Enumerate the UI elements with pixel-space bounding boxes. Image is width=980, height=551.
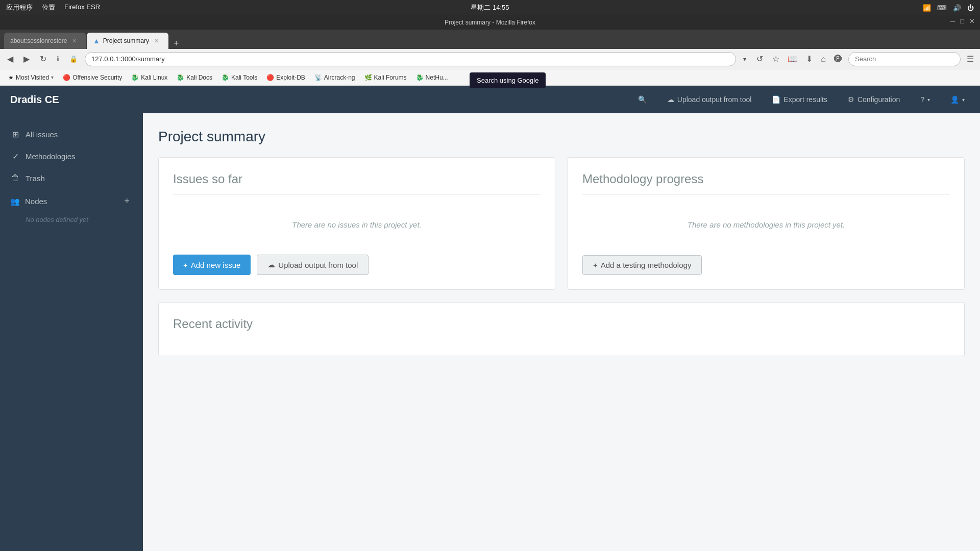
pocket-icon[interactable]: 🅟: [832, 53, 844, 66]
sidebar-item-trash-label: Trash: [26, 174, 45, 183]
refresh-button[interactable]: ↻: [37, 52, 50, 66]
forward-button[interactable]: ▶: [20, 52, 33, 66]
add-node-button[interactable]: +: [121, 195, 133, 208]
help-dropdown-icon: ▾: [927, 97, 930, 103]
menu-icon[interactable]: ☰: [965, 52, 976, 66]
bookmark-kali-linux[interactable]: 🐉 Kali Linux: [127, 72, 172, 83]
help-button[interactable]: ? ▾: [915, 92, 935, 107]
sidebar-nodes-section[interactable]: 👥 Nodes +: [0, 189, 143, 214]
os-menu-apps[interactable]: 应用程序: [6, 3, 33, 12]
upload-tool-button[interactable]: ☁ Upload output from tool: [662, 92, 757, 107]
os-menu-left[interactable]: 应用程序 位置 Firefox ESR: [6, 3, 100, 12]
minimize-btn[interactable]: ─: [950, 17, 955, 25]
tab-project-icon: ▲: [93, 37, 100, 45]
sidebar: ⊞ All issues ✓ Methodologies 🗑 Trash 👥 N…: [0, 113, 143, 551]
add-methodology-button[interactable]: + Add a testing methodology: [582, 255, 702, 275]
offensive-icon: 🔴: [63, 74, 70, 81]
kali-forums-icon: 🌿: [364, 74, 372, 81]
methodology-card-title: Methodology progress: [582, 172, 950, 195]
browser-title: Project summary - Mozilla Firefox: [445, 19, 535, 26]
exploit-db-icon: 🔴: [266, 74, 274, 81]
sidebar-item-methodologies[interactable]: ✓ Methodologies: [0, 145, 143, 167]
browser-title-bar: Project summary - Mozilla Firefox ─ □ ✕: [0, 15, 980, 30]
upload-tool-icon: ☁: [267, 260, 275, 269]
download-icon[interactable]: ⬇: [804, 52, 815, 66]
bookmark-most-visited[interactable]: ★ Most Visited ▾: [4, 72, 58, 83]
nodes-icon: 👥: [10, 197, 20, 206]
star-icon[interactable]: ☆: [770, 52, 781, 66]
bookmark-exploit-db-label: Exploit-DB: [276, 74, 305, 81]
page-title: Project summary: [158, 129, 965, 145]
os-clock: 星期二 14:55: [471, 3, 509, 12]
upload-output-label: Upload output from tool: [278, 261, 358, 269]
all-issues-icon: ⊞: [10, 130, 20, 139]
config-icon: ⚙: [848, 95, 854, 104]
app-header: Dradis CE 🔍 ☁ Upload output from tool 📄 …: [0, 86, 980, 113]
tab-session-close[interactable]: ✕: [72, 38, 77, 44]
sidebar-item-all-issues[interactable]: ⊞ All issues: [0, 123, 143, 145]
add-methodology-label: Add a testing methodology: [601, 261, 692, 269]
volume-icon: 🔊: [953, 4, 961, 12]
tab-project-summary[interactable]: ▲ Project summary ✕: [87, 33, 168, 49]
user-menu-button[interactable]: 👤 ▾: [945, 92, 970, 107]
most-visited-icon: ★: [8, 74, 14, 81]
nethu-icon: 🐉: [416, 74, 424, 81]
app-logo: Dradis CE: [10, 94, 59, 106]
bookmark-aircrack[interactable]: 📡 Aircrack-ng: [310, 72, 359, 83]
bookmark-nethu[interactable]: 🐉 NetHu...: [412, 72, 452, 83]
home-nav-icon[interactable]: ⌂: [819, 53, 828, 66]
reader-icon[interactable]: 📖: [786, 52, 800, 66]
sidebar-item-trash[interactable]: 🗑 Trash: [0, 167, 143, 189]
bookmark-kali-docs[interactable]: 🐉 Kali Docs: [173, 72, 216, 83]
page-content: Project summary Issues so far There are …: [143, 113, 980, 551]
bookmark-offensive-label: Offensive Security: [72, 74, 122, 81]
sidebar-item-all-issues-label: All issues: [26, 130, 58, 139]
sidebar-item-methodologies-label: Methodologies: [26, 152, 76, 161]
keyboard-icon: ⌨: [937, 4, 947, 12]
cards-row: Issues so far There are no issues in thi…: [158, 157, 965, 290]
tab-session-restore[interactable]: about:sessionrestore ✕: [4, 33, 86, 49]
nodes-label-group: 👥 Nodes: [10, 197, 47, 206]
new-tab-button[interactable]: +: [169, 38, 183, 49]
maximize-btn[interactable]: □: [960, 17, 964, 25]
recent-activity-title: Recent activity: [173, 317, 950, 331]
kali-tools-icon: 🐉: [222, 74, 229, 81]
add-new-issue-label: Add new issue: [191, 261, 241, 269]
reload-button[interactable]: ↺: [753, 52, 766, 66]
os-menu-location[interactable]: 位置: [42, 3, 55, 12]
browser-nav-bar: ◀ ▶ ↻ ℹ 🔒 ▾ ↺ ☆ 📖 ⬇ ⌂ 🅟 ☰: [0, 49, 980, 69]
no-nodes-text: No nodes defined yet: [0, 214, 143, 226]
bookmark-aircrack-label: Aircrack-ng: [324, 74, 355, 81]
back-button[interactable]: ◀: [4, 52, 16, 66]
tab-project-close[interactable]: ✕: [154, 38, 159, 44]
export-results-label: Export results: [783, 95, 827, 104]
network-icon: 📶: [923, 4, 931, 12]
home-button[interactable]: ℹ: [54, 53, 62, 65]
search-button[interactable]: 🔍: [633, 92, 652, 107]
os-menu-firefox[interactable]: Firefox ESR: [64, 3, 100, 12]
app-container: Dradis CE 🔍 ☁ Upload output from tool 📄 …: [0, 86, 980, 551]
bookmark-kali-tools[interactable]: 🐉 Kali Tools: [217, 72, 261, 83]
user-dropdown-icon: ▾: [962, 97, 965, 103]
user-icon: 👤: [950, 95, 959, 104]
bookmark-offensive[interactable]: 🔴 Offensive Security: [59, 72, 126, 83]
os-bar: 应用程序 位置 Firefox ESR 星期二 14:55 📶 ⌨ 🔊 ⏻: [0, 0, 980, 15]
address-dropdown[interactable]: ▾: [740, 54, 749, 65]
bookmark-exploit-db[interactable]: 🔴 Exploit-DB: [262, 72, 309, 83]
address-bar[interactable]: [85, 52, 736, 66]
issues-card-actions: + Add new issue ☁ Upload output from too…: [173, 255, 541, 275]
bookmark-kali-forums[interactable]: 🌿 Kali Forums: [360, 72, 411, 83]
configuration-label: Configuration: [857, 95, 900, 104]
export-results-button[interactable]: 📄 Export results: [767, 92, 832, 107]
bookmark-most-visited-label: Most Visited: [16, 74, 49, 81]
recent-activity-card: Recent activity: [158, 302, 965, 356]
close-btn[interactable]: ✕: [969, 17, 975, 25]
tab-session-label: about:sessionrestore: [10, 37, 67, 44]
lock-button[interactable]: 🔒: [66, 53, 81, 65]
upload-output-button[interactable]: ☁ Upload output from tool: [257, 255, 369, 275]
configuration-button[interactable]: ⚙ Configuration: [843, 92, 905, 107]
upload-tool-label: Upload output from tool: [677, 95, 752, 104]
firefox-search-input[interactable]: [848, 52, 961, 66]
add-new-issue-button[interactable]: + Add new issue: [173, 255, 251, 275]
power-icon: ⏻: [967, 4, 974, 12]
